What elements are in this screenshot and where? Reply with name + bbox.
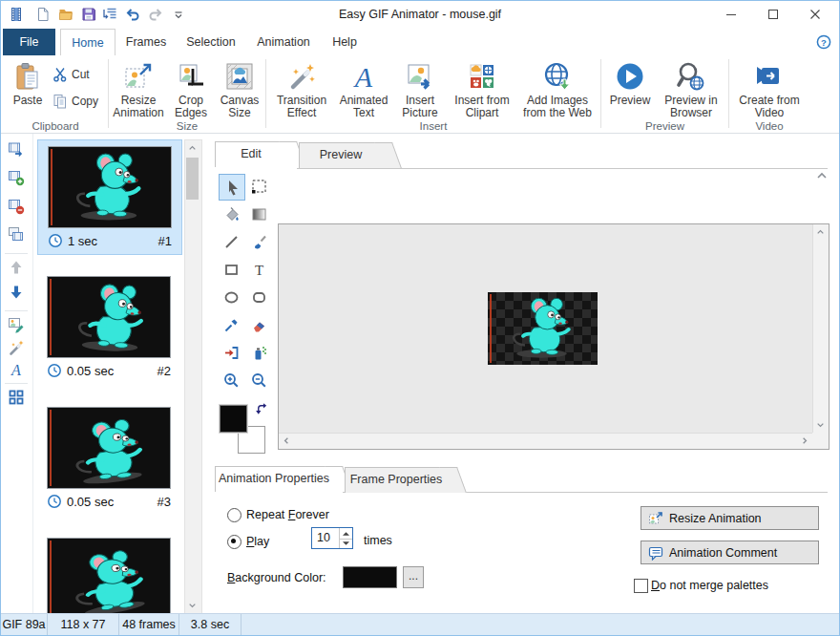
tab-file[interactable]: File — [3, 29, 55, 55]
minimize-button[interactable] — [715, 1, 747, 28]
tool-ellipse[interactable] — [219, 285, 243, 309]
video-camera-icon — [754, 61, 785, 92]
animation-comment-button[interactable]: Animation Comment — [640, 541, 819, 564]
insert-picture-button[interactable]: Insert Picture — [395, 57, 445, 120]
browse-color-button[interactable]: ... — [403, 566, 424, 588]
scroll-up-icon[interactable] — [813, 224, 828, 239]
canvas-hscrollbar[interactable] — [279, 433, 812, 449]
tool-eyedropper[interactable] — [219, 312, 243, 337]
tool-spray[interactable] — [246, 340, 271, 365]
play-label[interactable]: Play — [246, 535, 269, 548]
spinner-down-icon[interactable] — [340, 539, 352, 550]
repeat-forever-label[interactable]: Repeat Forever — [246, 508, 329, 521]
frame-item-3[interactable]: 0.05 sec#3 — [37, 401, 180, 515]
collapse-ribbon-icon[interactable] — [814, 168, 830, 183]
scroll-down-icon[interactable] — [813, 418, 828, 433]
frame-item-2[interactable]: 0.05 sec#2 — [37, 270, 180, 384]
status-separator — [241, 614, 242, 635]
frame-item-1[interactable]: 1 sec#1 — [37, 139, 182, 255]
add-text-icon[interactable]: A — [8, 361, 25, 378]
manage-frames-grid-icon[interactable] — [8, 389, 25, 406]
animated-text-button[interactable]: A Animated Text — [334, 57, 393, 120]
help-icon[interactable]: ? — [816, 34, 831, 50]
canvas-vscrollbar[interactable] — [812, 224, 829, 433]
canvas-size-button[interactable]: Canvas Size — [217, 57, 262, 120]
frame-list: 1 sec#1 0.05 sec#2 0.05 sec#3 0.05 sec#4 — [37, 139, 182, 614]
tool-pointer[interactable] — [219, 174, 245, 201]
play-times-value[interactable]: 10 — [317, 528, 330, 548]
group-label-size: Size — [110, 120, 264, 132]
tab-help[interactable]: Help — [324, 29, 366, 55]
svg-text:A: A — [353, 61, 373, 92]
tool-rounded-rect[interactable] — [246, 285, 271, 309]
copy-button[interactable]: Copy — [52, 92, 98, 111]
frame-item-4[interactable]: 0.05 sec#4 — [37, 532, 180, 614]
repeat-forever-radio[interactable] — [227, 508, 242, 522]
delete-frame-icon[interactable] — [8, 198, 25, 215]
canvas-area[interactable] — [279, 224, 812, 433]
tab-animation[interactable]: Animation — [249, 29, 318, 55]
tool-text[interactable]: T — [246, 257, 271, 282]
merge-palettes-label[interactable]: Do not merge palettes — [651, 579, 768, 592]
tool-line[interactable] — [219, 229, 243, 254]
effects-wand-icon[interactable] — [8, 339, 25, 356]
transition-effect-button[interactable]: Transition Effect — [271, 57, 332, 120]
tool-zoom-in[interactable] — [219, 368, 243, 392]
cut-icon — [52, 67, 68, 82]
add-images-web-button[interactable]: Add Images from the Web — [519, 57, 596, 120]
tab-home[interactable]: Home — [60, 29, 116, 56]
tool-select[interactable] — [246, 174, 271, 199]
tab-animation-properties[interactable]: Animation Properties — [215, 466, 343, 492]
crop-edges-button[interactable]: Crop Edges — [169, 57, 213, 120]
resize-animation-panel-button[interactable]: Resize Animation — [640, 506, 819, 530]
maximize-button[interactable] — [757, 1, 789, 28]
resize-animation-button[interactable]: Resize Animation — [112, 57, 165, 120]
play-radio[interactable] — [227, 535, 242, 549]
extract-frame-icon[interactable] — [8, 140, 25, 158]
tab-frame-properties[interactable]: Frame Properties — [345, 467, 457, 493]
pointer-icon — [224, 180, 241, 196]
preview-button[interactable]: Preview — [604, 57, 656, 120]
tool-gradient[interactable] — [246, 201, 271, 226]
cut-button[interactable]: Cut — [52, 65, 90, 84]
tool-rectangle[interactable] — [219, 257, 243, 282]
tool-brush[interactable] — [246, 229, 271, 254]
toolbar-separator — [5, 253, 28, 254]
tab-frames[interactable]: Frames — [119, 29, 173, 55]
tool-zoom-out[interactable] — [246, 368, 271, 392]
tool-replace-color[interactable] — [219, 340, 243, 365]
tool-fill[interactable] — [219, 201, 243, 226]
edit-frame-icon[interactable] — [8, 316, 25, 333]
scroll-left-icon[interactable] — [279, 434, 293, 448]
preview-in-browser-button[interactable]: Preview in Browser — [658, 57, 724, 120]
insert-from-clipart-button[interactable]: Insert from Clipart — [447, 57, 517, 120]
merge-palettes-checkbox[interactable] — [634, 579, 648, 593]
foreground-color-swatch[interactable] — [220, 405, 247, 433]
create-from-video-button[interactable]: Create from Video — [732, 57, 807, 120]
scroll-up-icon[interactable] — [185, 140, 200, 155]
tab-preview[interactable]: Preview — [299, 142, 392, 168]
gif-canvas-image[interactable] — [488, 292, 598, 365]
frame-list-scrollbar[interactable] — [184, 139, 202, 614]
scrollbar-corner — [812, 433, 829, 449]
scrollbar-thumb[interactable] — [186, 158, 199, 200]
scroll-down-icon[interactable] — [185, 599, 200, 613]
duplicate-frame-icon[interactable] — [8, 226, 25, 244]
background-color-value-swatch[interactable] — [343, 566, 397, 588]
scroll-right-icon[interactable] — [798, 434, 812, 448]
paste-button[interactable]: Paste — [7, 57, 49, 120]
tab-selection[interactable]: Selection — [178, 29, 243, 55]
move-frame-up-icon[interactable] — [8, 259, 25, 276]
play-times-spinner[interactable]: 10 — [311, 527, 353, 549]
tab-edit[interactable]: Edit — [215, 141, 297, 167]
replace-color-icon — [223, 345, 240, 361]
spinner-up-icon[interactable] — [340, 528, 352, 539]
tool-eraser[interactable] — [246, 312, 271, 337]
swap-colors-icon[interactable] — [255, 402, 269, 416]
close-button[interactable] — [799, 1, 831, 28]
frame-number: #2 — [158, 364, 171, 378]
add-frame-icon[interactable] — [8, 169, 25, 186]
toolbar-divider — [32, 134, 33, 614]
status-bar: GIF 89a 118 x 77 48 frames 3.8 sec — [1, 613, 839, 635]
move-frame-down-icon[interactable] — [8, 284, 25, 301]
